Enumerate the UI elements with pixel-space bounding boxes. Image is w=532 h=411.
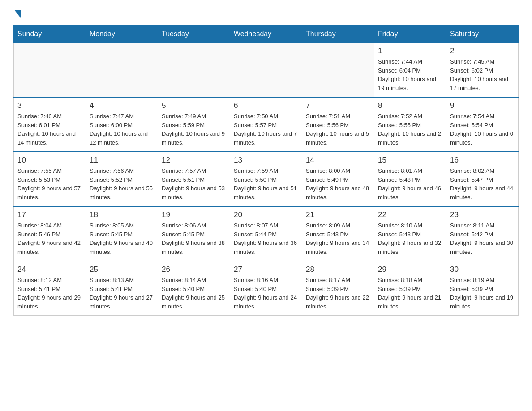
day-number: 13 xyxy=(234,156,298,165)
day-info: Sunrise: 8:16 AMSunset: 5:40 PMDaylight:… xyxy=(234,276,298,311)
calendar-cell-week1-day1 xyxy=(86,43,158,98)
calendar-cell-week5-day3: 27Sunrise: 8:16 AMSunset: 5:40 PMDayligh… xyxy=(230,261,302,316)
day-number: 19 xyxy=(162,210,226,219)
day-number: 7 xyxy=(306,101,370,110)
day-info: Sunrise: 7:57 AMSunset: 5:51 PMDaylight:… xyxy=(162,167,226,201)
weekday-header-monday: Monday xyxy=(86,26,158,43)
day-info: Sunrise: 8:07 AMSunset: 5:44 PMDaylight:… xyxy=(234,221,298,256)
day-info: Sunrise: 8:09 AMSunset: 5:43 PMDaylight:… xyxy=(306,221,370,256)
day-number: 29 xyxy=(378,265,442,274)
logo-triangle-icon xyxy=(14,10,21,18)
logo-top xyxy=(13,9,21,18)
day-number: 15 xyxy=(378,156,442,165)
day-number: 28 xyxy=(306,265,370,274)
weekday-header-sunday: Sunday xyxy=(14,26,86,43)
day-number: 16 xyxy=(450,156,515,165)
calendar-cell-week4-day1: 18Sunrise: 8:05 AMSunset: 5:45 PMDayligh… xyxy=(86,206,158,261)
day-number: 10 xyxy=(17,156,82,165)
day-info: Sunrise: 8:11 AMSunset: 5:42 PMDaylight:… xyxy=(450,221,515,256)
day-info: Sunrise: 7:49 AMSunset: 5:59 PMDaylight:… xyxy=(162,112,226,147)
day-number: 27 xyxy=(234,265,298,274)
day-info: Sunrise: 8:13 AMSunset: 5:41 PMDaylight:… xyxy=(90,276,154,311)
calendar-cell-week4-day4: 21Sunrise: 8:09 AMSunset: 5:43 PMDayligh… xyxy=(302,206,374,261)
calendar-cell-week5-day2: 26Sunrise: 8:14 AMSunset: 5:40 PMDayligh… xyxy=(158,261,230,316)
weekday-header-wednesday: Wednesday xyxy=(230,26,302,43)
week-row-1: 1Sunrise: 7:44 AMSunset: 6:04 PMDaylight… xyxy=(14,43,519,98)
day-info: Sunrise: 8:19 AMSunset: 5:39 PMDaylight:… xyxy=(450,276,515,311)
day-number: 17 xyxy=(17,210,82,219)
week-row-2: 3Sunrise: 7:46 AMSunset: 6:01 PMDaylight… xyxy=(14,97,519,152)
day-info: Sunrise: 8:18 AMSunset: 5:39 PMDaylight:… xyxy=(378,276,442,311)
week-row-5: 24Sunrise: 8:12 AMSunset: 5:41 PMDayligh… xyxy=(14,261,519,316)
day-info: Sunrise: 7:51 AMSunset: 5:56 PMDaylight:… xyxy=(306,112,370,147)
day-info: Sunrise: 8:04 AMSunset: 5:46 PMDaylight:… xyxy=(17,221,82,256)
day-info: Sunrise: 8:10 AMSunset: 5:43 PMDaylight:… xyxy=(378,221,442,256)
calendar-cell-week3-day1: 11Sunrise: 7:56 AMSunset: 5:52 PMDayligh… xyxy=(86,152,158,206)
calendar-cell-week1-day5: 1Sunrise: 7:44 AMSunset: 6:04 PMDaylight… xyxy=(374,43,446,98)
calendar-cell-week5-day1: 25Sunrise: 8:13 AMSunset: 5:41 PMDayligh… xyxy=(86,261,158,316)
day-info: Sunrise: 8:05 AMSunset: 5:45 PMDaylight:… xyxy=(90,221,154,256)
weekday-header-saturday: Saturday xyxy=(446,26,519,43)
calendar-cell-week3-day3: 13Sunrise: 7:59 AMSunset: 5:50 PMDayligh… xyxy=(230,152,302,206)
day-info: Sunrise: 7:47 AMSunset: 6:00 PMDaylight:… xyxy=(90,112,154,147)
day-info: Sunrise: 7:52 AMSunset: 5:55 PMDaylight:… xyxy=(378,112,442,147)
calendar-cell-week3-day2: 12Sunrise: 7:57 AMSunset: 5:51 PMDayligh… xyxy=(158,152,230,206)
day-number: 22 xyxy=(378,210,442,219)
calendar-cell-week1-day4 xyxy=(302,43,374,98)
day-number: 26 xyxy=(162,265,226,274)
day-info: Sunrise: 8:02 AMSunset: 5:47 PMDaylight:… xyxy=(450,167,515,201)
day-info: Sunrise: 7:55 AMSunset: 5:53 PMDaylight:… xyxy=(17,167,82,201)
day-info: Sunrise: 8:14 AMSunset: 5:40 PMDaylight:… xyxy=(162,276,226,311)
day-number: 21 xyxy=(306,210,370,219)
page: SundayMondayTuesdayWednesdayThursdayFrid… xyxy=(0,0,532,329)
calendar-cell-week2-day2: 5Sunrise: 7:49 AMSunset: 5:59 PMDaylight… xyxy=(158,97,230,152)
week-row-3: 10Sunrise: 7:55 AMSunset: 5:53 PMDayligh… xyxy=(14,152,519,206)
calendar-cell-week3-day0: 10Sunrise: 7:55 AMSunset: 5:53 PMDayligh… xyxy=(14,152,86,206)
day-number: 3 xyxy=(17,101,82,110)
calendar-cell-week3-day6: 16Sunrise: 8:02 AMSunset: 5:47 PMDayligh… xyxy=(446,152,519,206)
weekday-header-row: SundayMondayTuesdayWednesdayThursdayFrid… xyxy=(14,26,519,43)
day-number: 12 xyxy=(162,156,226,165)
calendar-cell-week1-day6: 2Sunrise: 7:45 AMSunset: 6:02 PMDaylight… xyxy=(446,43,519,98)
day-number: 23 xyxy=(450,210,515,219)
calendar-cell-week2-day0: 3Sunrise: 7:46 AMSunset: 6:01 PMDaylight… xyxy=(14,97,86,152)
day-number: 5 xyxy=(162,101,226,110)
day-number: 30 xyxy=(450,265,515,274)
day-number: 20 xyxy=(234,210,298,219)
day-info: Sunrise: 7:46 AMSunset: 6:01 PMDaylight:… xyxy=(17,112,82,147)
calendar-cell-week4-day0: 17Sunrise: 8:04 AMSunset: 5:46 PMDayligh… xyxy=(14,206,86,261)
day-info: Sunrise: 7:45 AMSunset: 6:02 PMDaylight:… xyxy=(450,57,515,92)
calendar-cell-week4-day6: 23Sunrise: 8:11 AMSunset: 5:42 PMDayligh… xyxy=(446,206,519,261)
day-info: Sunrise: 7:59 AMSunset: 5:50 PMDaylight:… xyxy=(234,167,298,201)
calendar-cell-week4-day2: 19Sunrise: 8:06 AMSunset: 5:45 PMDayligh… xyxy=(158,206,230,261)
day-info: Sunrise: 7:54 AMSunset: 5:54 PMDaylight:… xyxy=(450,112,515,147)
calendar-cell-week3-day4: 14Sunrise: 8:00 AMSunset: 5:49 PMDayligh… xyxy=(302,152,374,206)
calendar-cell-week5-day4: 28Sunrise: 8:17 AMSunset: 5:39 PMDayligh… xyxy=(302,261,374,316)
calendar-cell-week1-day3 xyxy=(230,43,302,98)
calendar-cell-week2-day1: 4Sunrise: 7:47 AMSunset: 6:00 PMDaylight… xyxy=(86,97,158,152)
day-info: Sunrise: 7:56 AMSunset: 5:52 PMDaylight:… xyxy=(90,167,154,201)
calendar-cell-week4-day3: 20Sunrise: 8:07 AMSunset: 5:44 PMDayligh… xyxy=(230,206,302,261)
day-number: 18 xyxy=(90,210,154,219)
calendar-cell-week2-day6: 9Sunrise: 7:54 AMSunset: 5:54 PMDaylight… xyxy=(446,97,519,152)
calendar-cell-week2-day5: 8Sunrise: 7:52 AMSunset: 5:55 PMDaylight… xyxy=(374,97,446,152)
day-number: 4 xyxy=(90,101,154,110)
calendar-cell-week3-day5: 15Sunrise: 8:01 AMSunset: 5:48 PMDayligh… xyxy=(374,152,446,206)
day-number: 25 xyxy=(90,265,154,274)
calendar-cell-week2-day3: 6Sunrise: 7:50 AMSunset: 5:57 PMDaylight… xyxy=(230,97,302,152)
day-info: Sunrise: 8:12 AMSunset: 5:41 PMDaylight:… xyxy=(17,276,82,311)
day-info: Sunrise: 7:50 AMSunset: 5:57 PMDaylight:… xyxy=(234,112,298,147)
calendar-cell-week1-day2 xyxy=(158,43,230,98)
day-number: 14 xyxy=(306,156,370,165)
day-number: 6 xyxy=(234,101,298,110)
day-info: Sunrise: 7:44 AMSunset: 6:04 PMDaylight:… xyxy=(378,57,442,92)
day-info: Sunrise: 8:00 AMSunset: 5:49 PMDaylight:… xyxy=(306,167,370,201)
weekday-header-friday: Friday xyxy=(374,26,446,43)
day-number: 1 xyxy=(378,47,442,56)
day-number: 2 xyxy=(450,47,515,56)
week-row-4: 17Sunrise: 8:04 AMSunset: 5:46 PMDayligh… xyxy=(14,206,519,261)
weekday-header-tuesday: Tuesday xyxy=(158,26,230,43)
logo xyxy=(13,9,21,18)
calendar-cell-week5-day0: 24Sunrise: 8:12 AMSunset: 5:41 PMDayligh… xyxy=(14,261,86,316)
day-info: Sunrise: 8:06 AMSunset: 5:45 PMDaylight:… xyxy=(162,221,226,256)
